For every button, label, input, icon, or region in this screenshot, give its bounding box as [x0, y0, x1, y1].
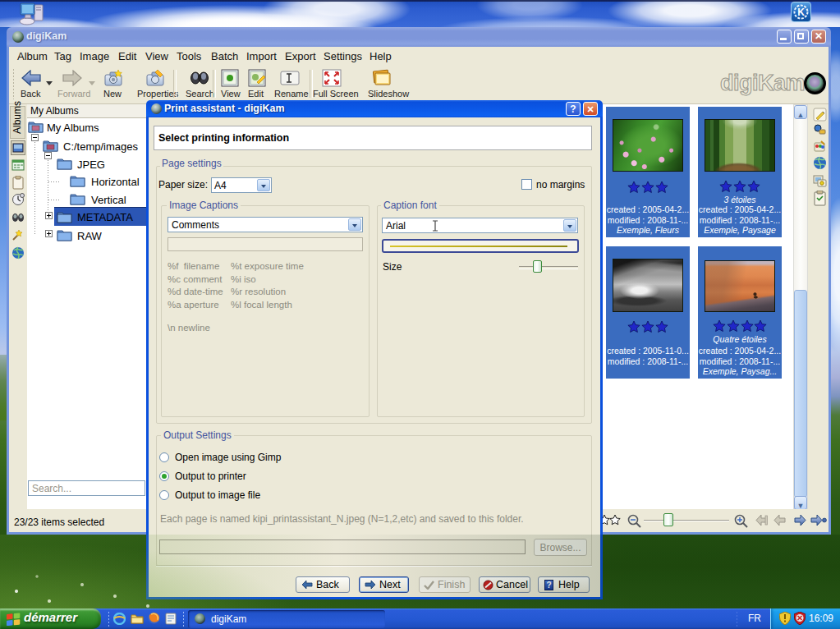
svg-text:K: K [797, 7, 805, 18]
